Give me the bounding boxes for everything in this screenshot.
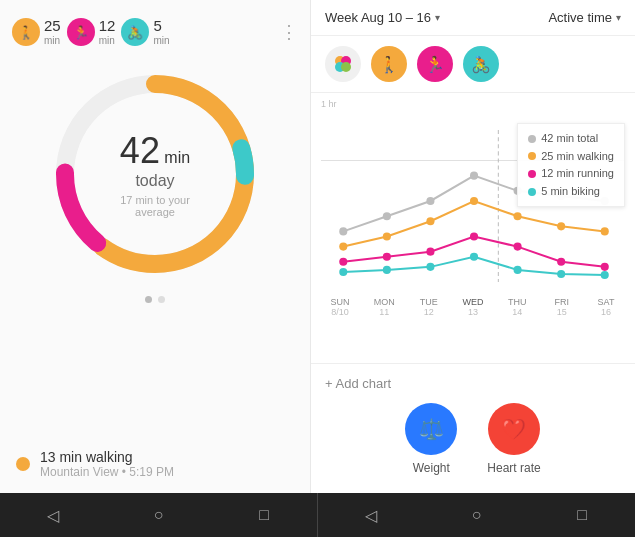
weight-card-label: Weight <box>413 461 450 475</box>
svg-point-23 <box>601 227 609 235</box>
weight-icon: ⚖️ <box>419 417 444 441</box>
svg-point-34 <box>470 253 478 261</box>
biking-number: 5 <box>153 18 169 35</box>
week-word: Week <box>325 10 358 25</box>
svg-point-18 <box>383 232 391 240</box>
svg-point-26 <box>426 248 434 256</box>
running-icon-circle: 🏃 <box>67 18 95 46</box>
walking-unit: min <box>44 35 61 46</box>
home-button-left[interactable]: ○ <box>140 497 176 533</box>
x-label-fri: FRI 15 <box>547 297 577 317</box>
running-filter-button[interactable]: 🏃 <box>417 46 453 82</box>
svg-point-24 <box>339 258 347 266</box>
metric-selector[interactable]: Active time ▾ <box>548 10 621 25</box>
walking-stat: 🚶 25 min <box>12 18 61 46</box>
running-number: 12 <box>99 18 116 35</box>
svg-point-36 <box>557 270 565 278</box>
biking-filter-button[interactable]: 🚴 <box>463 46 499 82</box>
add-chart-button[interactable]: + Add chart <box>325 372 391 395</box>
activity-subtitle: Mountain View • 5:19 PM <box>40 465 174 479</box>
activity-ring-chart: 42 min today 17 min to your average <box>45 64 265 284</box>
ring-main-number: 42 <box>120 130 160 171</box>
svg-point-25 <box>383 253 391 261</box>
week-label: Week Aug 10 – 16 <box>325 10 431 25</box>
biking-stat-text: 5 min <box>153 18 169 46</box>
activity-dot-icon <box>16 457 30 471</box>
week-selector[interactable]: Week Aug 10 – 16 ▾ <box>325 10 440 25</box>
walking-filter-button[interactable]: 🚶 <box>371 46 407 82</box>
metric-cards-row: ⚖️ Weight ❤️ Heart rate <box>325 395 621 485</box>
x-label-thu: THU 14 <box>502 297 532 317</box>
activity-filter-row: 🚶 🏃 🚴 <box>311 36 635 93</box>
heart-rate-card[interactable]: ❤️ Heart rate <box>487 403 540 475</box>
heart-rate-icon-circle: ❤️ <box>488 403 540 455</box>
all-activities-button[interactable] <box>325 46 361 82</box>
walking-number: 25 <box>44 18 61 35</box>
chart-area: 1 hr <box>311 93 635 363</box>
running-unit: min <box>99 35 116 46</box>
activity-item: 13 min walking Mountain View • 5:19 PM <box>0 435 310 493</box>
running-stat: 🏃 12 min <box>67 18 116 46</box>
x-label-wed: WED 13 <box>458 297 488 317</box>
back-button-left[interactable]: ◁ <box>35 497 71 533</box>
ring-label: today <box>100 172 210 190</box>
right-nav: ◁ ○ □ <box>318 493 635 537</box>
page-indicator <box>145 296 165 303</box>
ring-sub-text: 17 min to your average <box>100 194 210 218</box>
svg-point-17 <box>339 243 347 251</box>
svg-point-27 <box>470 232 478 240</box>
svg-point-31 <box>339 268 347 276</box>
svg-point-21 <box>514 212 522 220</box>
activity-text: 13 min walking Mountain View • 5:19 PM <box>40 449 174 479</box>
activity-title: 13 min walking <box>40 449 174 465</box>
svg-point-13 <box>470 172 478 180</box>
left-panel: 🚶 25 min 🏃 12 min 🚴 <box>0 0 310 493</box>
right-panel: Week Aug 10 – 16 ▾ Active time ▾ <box>310 0 635 493</box>
ring-center: 42 min today 17 min to your average <box>100 130 210 218</box>
svg-point-33 <box>426 263 434 271</box>
svg-point-29 <box>557 258 565 266</box>
add-chart-section: + Add chart ⚖️ Weight ❤️ Heart rate <box>311 363 635 493</box>
metric-label: Active time <box>548 10 612 25</box>
svg-point-12 <box>426 197 434 205</box>
svg-point-37 <box>601 271 609 279</box>
back-button-right[interactable]: ◁ <box>353 497 389 533</box>
heart-rate-icon: ❤️ <box>501 417 526 441</box>
weight-card[interactable]: ⚖️ Weight <box>405 403 457 475</box>
multicolor-icon <box>333 54 353 74</box>
svg-point-30 <box>601 263 609 271</box>
right-header: Week Aug 10 – 16 ▾ Active time ▾ <box>311 0 635 36</box>
svg-point-20 <box>470 197 478 205</box>
home-button-right[interactable]: ○ <box>458 497 494 533</box>
recent-button-left[interactable]: □ <box>246 497 282 533</box>
x-label-sat: SAT 16 <box>591 297 621 317</box>
svg-point-35 <box>514 266 522 274</box>
recent-button-right[interactable]: □ <box>564 497 600 533</box>
tooltip-biking: 5 min biking <box>541 183 600 201</box>
chart-x-axis: SUN 8/10 MON 11 TUE 12 WED 13 THU 14 <box>321 297 625 317</box>
ring-main-unit: min <box>164 149 190 166</box>
svg-point-11 <box>383 212 391 220</box>
biking-unit: min <box>153 35 169 46</box>
biking-stat: 🚴 5 min <box>121 18 169 46</box>
left-nav: ◁ ○ □ <box>0 493 317 537</box>
more-options-icon[interactable]: ⋮ <box>280 21 298 43</box>
svg-point-32 <box>383 266 391 274</box>
svg-point-10 <box>339 227 347 235</box>
heart-rate-card-label: Heart rate <box>487 461 540 475</box>
metric-dropdown-arrow: ▾ <box>616 12 621 23</box>
svg-point-22 <box>557 222 565 230</box>
bottom-nav-bar: ◁ ○ □ ◁ ○ □ <box>0 493 635 537</box>
dot-2 <box>158 296 165 303</box>
running-stat-text: 12 min <box>99 18 116 46</box>
top-stats-row: 🚶 25 min 🏃 12 min 🚴 <box>0 10 310 54</box>
walking-stat-text: 25 min <box>44 18 61 46</box>
tooltip-total: 42 min total <box>541 130 598 148</box>
walking-icon-circle: 🚶 <box>12 18 40 46</box>
tooltip-walking: 25 min walking <box>541 148 614 166</box>
svg-point-19 <box>426 217 434 225</box>
dot-1 <box>145 296 152 303</box>
biking-icon-circle: 🚴 <box>121 18 149 46</box>
chart-tooltip: 42 min total 25 min walking 12 min runni… <box>517 123 625 207</box>
svg-point-28 <box>514 243 522 251</box>
